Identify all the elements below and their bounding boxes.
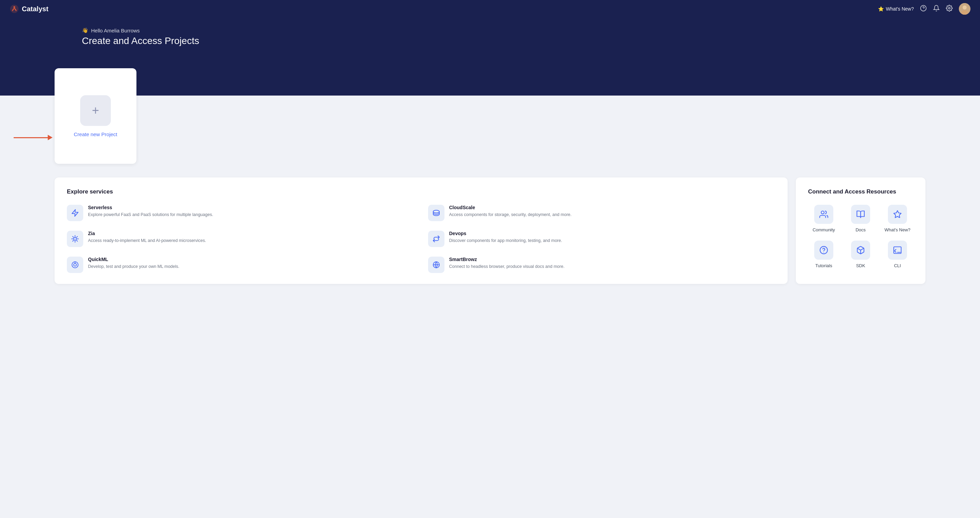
service-item-smartbrowz[interactable]: SmartBrowz Connect to headless browser, … [428,257,776,273]
whats-new-resource-icon [888,205,907,224]
svg-marker-8 [72,209,78,216]
arrow-head [48,135,52,140]
svg-point-9 [433,210,439,213]
resource-item-whats-new[interactable]: What's New? [882,205,913,233]
user-avatar[interactable] [959,3,970,15]
svg-point-6 [963,5,967,10]
zia-info: Zia Access ready-to-implement ML and AI-… [88,231,206,244]
wave-emoji: 👋 [82,27,88,33]
create-project-card[interactable]: + Create new Project [54,68,137,164]
devops-info: Devops Discover components for app monit… [449,231,562,244]
service-item-cloudscale[interactable]: CloudScale Access components for storage… [428,205,776,221]
docs-icon [851,205,870,224]
resource-item-docs[interactable]: Docs [845,205,876,233]
sdk-icon [851,241,870,260]
resource-item-community[interactable]: Community [808,205,840,233]
svg-point-18 [823,252,824,252]
star-icon: ⭐ [878,6,884,11]
navbar-right: ⭐ What's New? [878,3,970,15]
brand-name: Catalyst [22,5,48,13]
smartbrowz-info: SmartBrowz Connect to headless browser, … [449,257,565,270]
whats-new-button[interactable]: ⭐ What's New? [878,6,914,11]
quickml-icon [67,257,83,273]
serverless-icon [67,205,83,221]
sdk-label: SDK [856,263,865,268]
resources-grid: Community Docs [808,205,913,268]
devops-icon [428,231,444,247]
service-item-serverless[interactable]: Serverless Explore powerful FaaS and Paa… [67,205,414,221]
service-item-zia[interactable]: Zia Access ready-to-implement ML and AI-… [67,231,414,247]
projects-area: + Create new Project [54,68,926,164]
services-grid: Serverless Explore powerful FaaS and Paa… [67,205,775,273]
cli-label: CLI [894,263,901,268]
svg-marker-16 [894,210,901,218]
resources-section: Connect and Access Resources Community [796,177,926,284]
catalyst-logo-icon [10,4,19,14]
svg-point-12 [74,263,76,266]
hero-greeting: 👋 Hello Amelia Burrows [82,27,980,33]
whats-new-resource-label: What's New? [885,227,910,233]
brand[interactable]: Catalyst [10,4,48,14]
arrow-line [14,137,48,138]
cloudscale-info: CloudScale Access components for storage… [449,205,572,218]
hero-title: Create and Access Projects [82,35,980,46]
service-item-devops[interactable]: Devops Discover components for app monit… [428,231,776,247]
settings-icon[interactable] [946,5,953,13]
cloudscale-icon [428,205,444,221]
resource-item-tutorials[interactable]: Tutorials [808,241,840,268]
greeting-text: Hello Amelia Burrows [91,28,140,33]
create-project-label: Create new Project [74,131,117,137]
svg-point-10 [74,237,76,240]
resource-item-sdk[interactable]: SDK [845,241,876,268]
smartbrowz-icon [428,257,444,273]
cli-icon [888,241,907,260]
tutorials-label: Tutorials [815,263,832,268]
zia-icon [67,231,83,247]
navbar: Catalyst ⭐ What's New? [0,0,980,18]
create-project-icon: + [80,95,111,126]
services-section: Explore services Serverless Explore powe… [54,177,788,284]
docs-label: Docs [856,227,866,233]
community-label: Community [813,227,835,233]
service-item-quickml[interactable]: QuickML Develop, test and produce your o… [67,257,414,273]
resources-title: Connect and Access Resources [808,188,913,195]
svg-point-15 [821,211,824,214]
help-icon[interactable] [920,5,927,13]
main-content: + Create new Project Explore services Se… [0,68,980,304]
bell-icon[interactable] [933,5,940,13]
community-icon [814,205,833,224]
services-title: Explore services [67,188,775,195]
tutorials-icon [814,241,833,260]
quickml-info: QuickML Develop, test and produce your o… [88,257,180,270]
arrow-annotation [14,135,52,140]
bottom-sections: Explore services Serverless Explore powe… [54,177,926,284]
resource-item-cli[interactable]: CLI [882,241,913,268]
svg-point-1 [13,6,15,8]
svg-point-4 [949,7,950,9]
serverless-info: Serverless Explore powerful FaaS and Paa… [88,205,213,218]
